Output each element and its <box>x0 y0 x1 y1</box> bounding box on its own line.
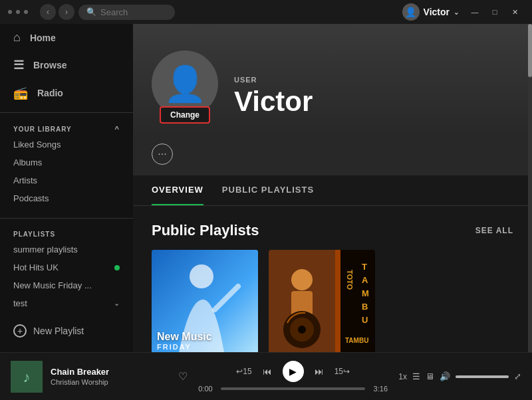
titlebar-dot-1 <box>8 10 12 14</box>
test-label: test <box>13 298 27 308</box>
forward-button[interactable]: › <box>59 4 74 20</box>
titlebar-left: ‹ › 🔍 <box>8 4 175 20</box>
now-playing-info: Chain Breaker Christian Worship <box>51 367 170 386</box>
user-area[interactable]: 👤 Victor ⌄ <box>402 3 459 21</box>
options-bar: ··· <box>133 133 532 175</box>
back-button[interactable]: ‹ <box>40 4 56 20</box>
play-pause-button[interactable]: ▶ <box>283 361 304 382</box>
playlists-section-header: PLAYLISTS <box>0 224 133 241</box>
profile-type-label: USER <box>234 76 313 84</box>
svg-text:T: T <box>362 262 367 272</box>
tab-public-playlists[interactable]: PUBLIC PLAYLISTS <box>222 175 314 205</box>
titlebar-right: 👤 Victor ⌄ — □ ✕ <box>402 3 524 21</box>
svg-text:U: U <box>362 315 368 325</box>
rewind-button[interactable]: ↩15 <box>236 367 251 376</box>
more-options-button[interactable]: ··· <box>152 144 173 165</box>
sidebar-item-browse[interactable]: ☰ Browse <box>0 51 133 79</box>
sidebar-item-new-music-friday[interactable]: New Music Friday ... <box>0 276 133 294</box>
artists-label: Artists <box>13 175 37 185</box>
progress-track[interactable] <box>221 387 365 390</box>
sidebar-item-podcasts[interactable]: Podcasts <box>0 189 133 207</box>
current-time-label: 0:00 <box>196 385 215 393</box>
see-all-button[interactable]: SEE ALL <box>475 226 513 235</box>
sidebar-item-hot-hits-uk[interactable]: Hot Hits UK <box>0 258 133 276</box>
playing-indicator-dot <box>114 265 120 270</box>
search-input[interactable] <box>100 7 167 17</box>
svg-text:A: A <box>362 275 368 285</box>
devices-button[interactable]: 🖥 <box>426 371 434 381</box>
sidebar: ⌂ Home ☰ Browse 📻 Radio YOUR LIBRARY ^ L… <box>0 24 133 352</box>
search-bar: 🔍 <box>78 5 175 20</box>
next-button[interactable]: ⏭ <box>315 366 324 377</box>
sidebar-item-liked-songs[interactable]: Liked Songs <box>0 136 133 153</box>
liked-songs-label: Liked Songs <box>13 140 61 150</box>
nmf-title: New Music <box>157 331 212 343</box>
speed-label: 1x <box>398 372 407 381</box>
sidebar-item-test[interactable]: test ⌄ <box>0 294 133 312</box>
browse-icon: ☰ <box>13 58 24 72</box>
sidebar-item-radio[interactable]: 📻 Radio <box>0 79 133 107</box>
now-playing-album-art: ♪ <box>11 361 43 393</box>
tambu-artwork: TOTO T A M B U TAMBU <box>269 250 375 352</box>
queue-button[interactable]: ☰ <box>412 371 420 381</box>
svg-text:TOTO: TOTO <box>346 270 354 290</box>
now-playing-artist: Christian Worship <box>51 378 170 386</box>
section-title: Public Playlists <box>152 222 259 239</box>
search-icon: 🔍 <box>86 7 96 17</box>
playlist-cards: New Music FRIDAY <box>152 250 513 352</box>
now-playing-right-controls: 1x ☰ 🖥 🔊 ⤢ <box>398 371 521 381</box>
nmf-text-overlay: New Music FRIDAY <box>157 331 212 351</box>
albums-label: Albums <box>13 157 42 167</box>
fastforward-button[interactable]: 15↪ <box>334 367 350 376</box>
sidebar-radio-label: Radio <box>37 88 63 98</box>
new-playlist-label: New Playlist <box>33 326 84 336</box>
section-header: Public Playlists SEE ALL <box>152 222 513 239</box>
minimize-button[interactable]: — <box>466 5 484 19</box>
volume-bar[interactable] <box>456 375 509 378</box>
volume-icon[interactable]: 🔊 <box>440 371 450 381</box>
summer-playlists-label: summer playlists <box>13 245 78 254</box>
profile-name: Victor <box>234 86 313 117</box>
profile-info: USER Victor <box>234 76 313 117</box>
playlists-section-title: PLAYLISTS <box>13 231 55 238</box>
sidebar-item-artists[interactable]: Artists <box>0 171 133 189</box>
svg-rect-8 <box>335 250 340 352</box>
profile-avatar: 👤 Change <box>152 50 218 117</box>
sidebar-item-albums[interactable]: Albums <box>0 153 133 171</box>
new-playlist-button[interactable]: + New Playlist <box>0 318 133 344</box>
scrollbar-thumb[interactable] <box>528 24 532 77</box>
sidebar-item-summer-playlists[interactable]: summer playlists <box>0 241 133 258</box>
window-controls: — □ ✕ <box>466 5 524 19</box>
tambu-svg: TOTO T A M B U TAMBU <box>269 250 375 352</box>
library-section-title: YOUR LIBRARY <box>13 126 72 133</box>
playback-controls: ↩15 ⏮ ▶ ⏭ 15↪ 0:00 3:16 <box>196 361 390 393</box>
svg-text:M: M <box>362 288 369 298</box>
card-tambu[interactable]: TOTO T A M B U TAMBU <box>269 250 375 352</box>
svg-text:♪: ♪ <box>23 369 31 385</box>
expand-button[interactable]: ⤢ <box>514 371 521 381</box>
album-art-svg: ♪ <box>11 361 43 393</box>
plus-icon: + <box>13 324 27 338</box>
tab-overview[interactable]: OVERVIEW <box>152 175 203 205</box>
card-new-music-friday[interactable]: New Music FRIDAY <box>152 250 258 352</box>
previous-button[interactable]: ⏮ <box>263 366 272 377</box>
progress-bar-wrap: 0:00 3:16 <box>196 385 390 393</box>
user-name-label: Victor <box>424 7 450 17</box>
now-playing-title: Chain Breaker <box>51 367 170 377</box>
sidebar-item-home[interactable]: ⌂ Home <box>0 24 133 51</box>
sidebar-home-label: Home <box>30 33 56 43</box>
heart-icon[interactable]: ♡ <box>178 370 188 383</box>
close-button[interactable]: ✕ <box>505 5 524 19</box>
chevron-down-icon: ⌄ <box>454 9 459 16</box>
sidebar-browse-label: Browse <box>33 60 67 70</box>
titlebar-dot-2 <box>16 10 20 14</box>
svg-text:B: B <box>362 302 368 312</box>
change-photo-button[interactable]: Change <box>160 106 210 124</box>
svg-point-18 <box>298 326 306 334</box>
library-chevron-icon[interactable]: ^ <box>115 125 120 133</box>
titlebar-nav: ‹ › <box>40 4 74 20</box>
maximize-button[interactable]: □ <box>485 5 504 19</box>
card-image-nmf: New Music FRIDAY <box>152 250 258 352</box>
radio-icon: 📻 <box>13 86 28 100</box>
now-playing-bar: ♪ Chain Breaker Christian Worship ♡ ↩15 … <box>0 352 532 400</box>
